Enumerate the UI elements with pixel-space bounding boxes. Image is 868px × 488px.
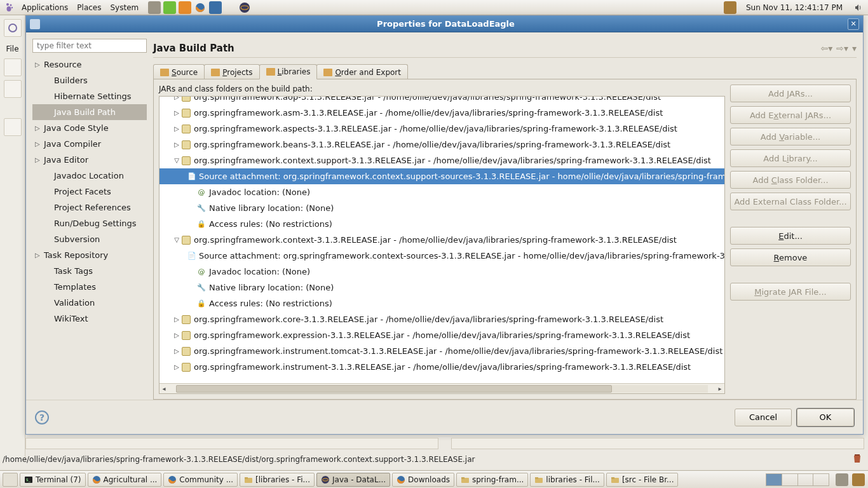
taskbar-button[interactable]: Downloads xyxy=(392,473,454,487)
launcher-icon[interactable] xyxy=(179,1,191,14)
help-icon[interactable]: ? xyxy=(35,410,49,424)
scroll-left-icon[interactable]: ◂ xyxy=(159,385,168,392)
expand-icon[interactable]: ▽ xyxy=(172,157,181,164)
back-icon[interactable]: ⇦▾ xyxy=(820,43,832,53)
terminal-launcher-icon[interactable] xyxy=(209,1,222,14)
add-external-jars-button[interactable]: Add External JARs... xyxy=(730,106,851,124)
expand-icon[interactable]: ▷ xyxy=(172,316,181,323)
eclipse-view-icon[interactable] xyxy=(4,58,22,76)
close-icon[interactable]: ✕ xyxy=(848,18,859,30)
eclipse-toolbar-icon[interactable] xyxy=(4,19,22,37)
trash-icon[interactable] xyxy=(851,452,863,464)
jar-entry[interactable]: ▷org.springframework.asm-3.1.3.RELEASE.j… xyxy=(159,105,724,121)
nav-item[interactable]: Builders xyxy=(32,72,147,88)
taskbar-button[interactable]: Agricultural ... xyxy=(88,473,162,487)
jar-attribute[interactable]: 📄Source attachment: org.springframework.… xyxy=(159,248,724,264)
horizontal-scrollbar[interactable]: ◂ ▸ xyxy=(159,383,724,393)
nav-item[interactable]: ▷Task Repository xyxy=(32,247,147,263)
expand-icon[interactable]: ▷ xyxy=(172,332,181,339)
editor-scrollbar[interactable] xyxy=(451,438,864,449)
nav-item[interactable]: WikiText xyxy=(32,311,147,327)
tab-source[interactable]: Source xyxy=(153,64,205,79)
workspace-1[interactable] xyxy=(766,474,782,485)
tab-projects[interactable]: Projects xyxy=(204,64,259,79)
nav-item[interactable]: Java Build Path xyxy=(32,104,147,120)
show-desktop-button[interactable] xyxy=(3,473,18,487)
jar-entry[interactable]: ▽org.springframework.context.support-3.1… xyxy=(159,152,724,168)
workspace-4[interactable] xyxy=(813,474,829,485)
taskbar-button[interactable]: [libraries - Fi... xyxy=(240,473,315,487)
jar-entry[interactable]: ▷org.springframework.instrument-3.1.3.RE… xyxy=(159,359,724,375)
taskbar-button[interactable]: Java - DataL... xyxy=(316,473,390,487)
nav-item[interactable]: Validation xyxy=(32,295,147,311)
jar-entry[interactable]: ▷org.springframework.aop-3.1.3.RELEASE.j… xyxy=(159,97,724,105)
taskbar-button[interactable]: $_Terminal (7) xyxy=(20,473,86,487)
tab-libraries[interactable]: Libraries xyxy=(259,64,318,79)
scroll-right-icon[interactable]: ▸ xyxy=(715,385,724,392)
volume-icon[interactable] xyxy=(852,1,865,14)
remove-button[interactable]: Remove xyxy=(730,248,851,266)
nav-item[interactable]: Run/Debug Settings xyxy=(32,215,147,231)
add-external-class-folder-button[interactable]: Add External Class Folder... xyxy=(730,193,851,210)
menu-places[interactable]: Places xyxy=(73,2,105,13)
expand-icon[interactable]: ▷ xyxy=(35,61,44,68)
firefox-launcher-icon[interactable] xyxy=(194,1,207,14)
expand-icon[interactable]: ▷ xyxy=(172,97,181,100)
nav-item[interactable]: Templates xyxy=(32,279,147,295)
nav-item[interactable]: Javadoc Location xyxy=(32,168,147,184)
expand-icon[interactable]: ▷ xyxy=(35,140,44,147)
forward-icon[interactable]: ⇨▾ xyxy=(836,43,848,53)
jar-entry[interactable]: ▷org.springframework.beans-3.1.3.RELEASE… xyxy=(159,137,724,152)
expand-icon[interactable]: ▽ xyxy=(172,236,181,243)
menu-dropdown-icon[interactable]: ▾ xyxy=(852,43,857,53)
add-jars-button[interactable]: Add JARs... xyxy=(730,85,851,102)
jar-attribute[interactable]: @Javadoc location: (None) xyxy=(159,264,724,280)
jar-entry[interactable]: ▽org.springframework.context-3.1.3.RELEA… xyxy=(159,232,724,248)
nav-item[interactable]: Project Facets xyxy=(32,184,147,200)
nav-item[interactable]: Project References xyxy=(32,200,147,215)
gedit-launcher-icon[interactable] xyxy=(148,1,161,14)
expand-icon[interactable]: ▷ xyxy=(172,109,181,116)
taskbar-button[interactable]: [src - File Br... xyxy=(606,473,679,487)
expand-icon[interactable]: ▷ xyxy=(172,141,181,148)
expand-icon[interactable]: ▷ xyxy=(35,156,44,163)
nav-item[interactable]: ▷Resource xyxy=(32,57,147,72)
jar-entry[interactable]: ▷org.springframework.expression-3.1.3.RE… xyxy=(159,327,724,343)
nav-item[interactable]: ▷Java Code Style xyxy=(32,120,147,136)
add-class-folder-button[interactable]: Add Class Folder... xyxy=(730,171,851,189)
nav-item[interactable]: Hibernate Settings xyxy=(32,88,147,104)
ok-button[interactable]: OK xyxy=(797,409,854,426)
expand-icon[interactable]: ▷ xyxy=(172,125,181,132)
property-nav-tree[interactable]: ▷ResourceBuildersHibernate SettingsJava … xyxy=(32,57,147,400)
expand-icon[interactable]: ▷ xyxy=(35,252,44,259)
jar-attribute[interactable]: 📄Source attachment: org.springframework.… xyxy=(159,168,724,184)
workspace-switcher[interactable] xyxy=(766,473,829,486)
package-update-icon[interactable] xyxy=(724,1,736,14)
tray-trash-icon[interactable] xyxy=(852,473,865,486)
jar-entry[interactable]: ▷org.springframework.core-3.1.3.RELEASE.… xyxy=(159,311,724,327)
taskbar-button[interactable]: spring-fram... xyxy=(456,473,528,487)
edit-button[interactable]: Edit... xyxy=(730,227,851,245)
clock[interactable]: Sun Nov 11, 12:41:17 PM xyxy=(742,2,846,13)
cancel-button[interactable]: Cancel xyxy=(735,409,792,426)
eclipse-view-icon[interactable] xyxy=(4,118,22,136)
menu-system[interactable]: System xyxy=(106,2,142,13)
tray-icon[interactable] xyxy=(836,473,848,486)
add-library-button[interactable]: Add Library... xyxy=(730,149,851,167)
jar-attribute[interactable]: 🔒Access rules: (No restrictions) xyxy=(159,216,724,232)
filter-input[interactable] xyxy=(32,39,147,53)
dialog-titlebar[interactable]: Properties for DataLoadEagle ✕ xyxy=(26,16,863,32)
migrate-jar-button[interactable]: Migrate JAR File... xyxy=(730,283,851,301)
expand-icon[interactable]: ▷ xyxy=(172,348,181,355)
nav-item[interactable]: Subversion xyxy=(32,231,147,247)
eclipse-launcher-icon[interactable] xyxy=(238,1,251,14)
tab-order-export[interactable]: Order and Export xyxy=(316,64,408,79)
launcher-icon[interactable] xyxy=(163,1,176,14)
jar-entry[interactable]: ▷org.springframework.aspects-3.1.3.RELEA… xyxy=(159,121,724,137)
jar-attribute[interactable]: 🔒Access rules: (No restrictions) xyxy=(159,295,724,311)
editor-scrollbar[interactable] xyxy=(25,438,438,449)
eclipse-view-icon[interactable] xyxy=(4,80,22,98)
eclipse-file-menu[interactable]: File xyxy=(0,41,25,55)
menu-applications[interactable]: Applications xyxy=(18,2,72,13)
expand-icon[interactable]: ▷ xyxy=(35,125,44,132)
